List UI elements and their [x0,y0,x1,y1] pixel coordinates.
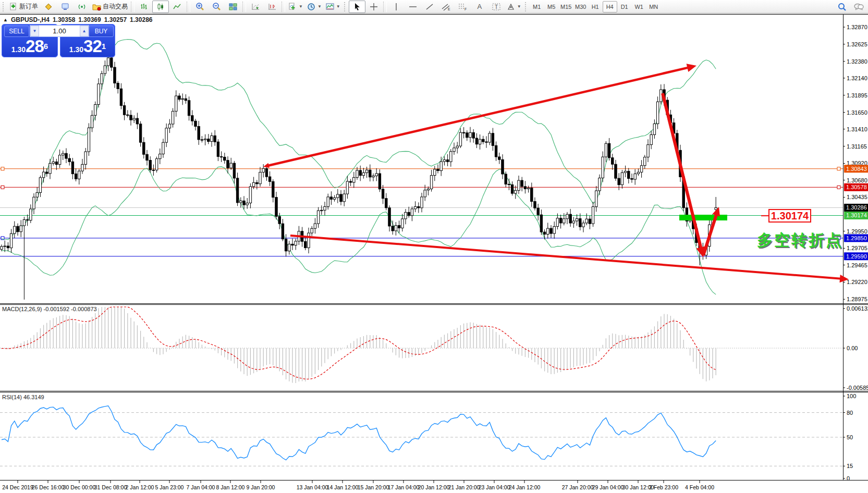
candlestick-icon [156,3,165,11]
timeframe-button-d1[interactable]: D1 [617,1,632,13]
svg-text:8 Jan 12:00: 8 Jan 12:00 [216,484,245,490]
chat-button[interactable] [850,1,867,13]
timeframe-button-m30[interactable]: M30 [573,1,588,13]
low-value: 1.30257 [104,16,127,23]
svg-text:1.31165: 1.31165 [847,143,867,150]
zoom-in-icon [195,2,204,11]
gold-chart-icon [44,3,53,11]
bar-chart-icon [140,3,148,11]
svg-text:1.30680: 1.30680 [847,177,867,183]
horizontal-line-tool-button[interactable] [405,1,421,13]
svg-text:1.32140: 1.32140 [847,75,867,81]
svg-text:1.32380: 1.32380 [847,58,867,65]
timeframe-button-h1[interactable]: H1 [588,1,603,13]
timeframe-button-w1[interactable]: W1 [632,1,646,13]
templates-menu-button[interactable]: ▼ [324,1,343,13]
label-tool-button[interactable]: T [488,1,505,13]
toolbar-grip[interactable] [525,2,528,11]
search-icon [837,2,847,11]
new-order-button[interactable]: 新订单 [7,1,40,13]
svg-text:26 Dec 16:00: 26 Dec 16:00 [32,484,65,490]
auto-trading-icon [92,3,101,11]
dropdown-caret: ▼ [336,4,340,9]
zoom-in-button[interactable] [191,1,208,13]
zoom-out-button[interactable] [208,1,225,13]
svg-text:5 Jan 23:00: 5 Jan 23:00 [155,484,184,490]
vertical-line-tool-button[interactable] [388,1,405,13]
signals-button[interactable] [74,1,90,13]
volume-decrease-button[interactable]: ▼ [30,26,39,36]
sell-price[interactable]: 1.30286 [2,36,58,56]
arrows-tool-button[interactable]: ▼ [505,1,523,13]
fibonacci-tool-button[interactable]: F [455,1,471,13]
cursor-icon [353,3,361,11]
line-chart-mode-button[interactable] [169,1,186,13]
svg-text:31 Dec 08:00: 31 Dec 08:00 [94,484,127,490]
label-tool-icon: T [492,3,501,11]
svg-text:T: T [495,4,498,10]
horizontal-line-icon [409,3,417,11]
auto-trading-button[interactable]: 自动交易 [90,1,130,13]
fibonacci-icon: F [458,3,468,11]
search-button[interactable] [834,1,850,13]
svg-text:1.30286: 1.30286 [846,204,867,211]
svg-text:24 Dec 2019: 24 Dec 2019 [2,484,33,490]
cursor-tool-button[interactable] [349,1,365,13]
svg-text:1.31410: 1.31410 [847,126,867,132]
indicators-menu-button[interactable]: ▼ [286,1,305,13]
add-indicator-icon [288,3,297,11]
text-tool-button[interactable]: A [471,1,488,13]
svg-text:1.29220: 1.29220 [847,279,867,285]
equidistant-channel-icon: E [442,3,451,11]
timeframe-group: M1M5M15M30H1H4D1W1MN [530,1,661,13]
svg-text:7 Jan 04:00: 7 Jan 04:00 [187,484,215,490]
vertical-line-icon [392,3,400,11]
svg-text:0.00: 0.00 [847,345,858,351]
buy-price[interactable]: 1.30321 [60,36,115,56]
chart-ohlc-header: ▲ GBPUSD-,H4 1.30358 1.30369 1.30257 1.3… [3,16,153,23]
zoom-out-icon [212,2,221,11]
buy-button[interactable]: BUY [89,26,114,37]
svg-text:1.29850: 1.29850 [846,235,867,241]
dropdown-caret: ▼ [317,4,322,9]
timeframe-button-m1[interactable]: M1 [530,1,544,13]
new-chart-button[interactable] [40,1,57,13]
bar-chart-mode-button[interactable] [136,1,152,13]
collapse-panel-icon[interactable]: ▲ [3,17,8,22]
volume-input[interactable]: 1.00 [39,26,80,36]
green-highlight-zone[interactable] [679,215,727,220]
template-icon [326,3,334,11]
chart-canvas[interactable]: 1.328701.326251.323801.321401.318951.316… [0,0,868,493]
svg-text:80: 80 [847,410,853,416]
toolbar-grip[interactable] [344,2,347,11]
turning-point-note[interactable]: 多空转折点 [757,230,843,251]
dropdown-caret: ▼ [299,4,303,9]
svg-text:1.30435: 1.30435 [847,194,867,200]
market-watch-icon [61,3,69,11]
volume-increase-button[interactable]: ▲ [80,26,89,36]
auto-scroll-icon [251,3,260,11]
timeframe-button-h4[interactable]: H4 [603,1,617,13]
high-value: 1.30369 [78,16,101,23]
chart-shift-button[interactable] [264,1,280,13]
crosshair-icon [370,3,378,11]
channel-tool-button[interactable]: E [438,1,455,13]
svg-text:100: 100 [847,393,856,399]
signal-icon [78,3,86,11]
price-annotation-label[interactable]: 1.30174 [768,209,811,223]
toolbar-grip[interactable] [3,2,6,11]
tile-windows-button[interactable] [225,1,241,13]
toolbar-separator [131,2,135,12]
timeframe-button-m5[interactable]: M5 [544,1,559,13]
timeframes-menu-button[interactable]: ▼ [305,1,324,13]
svg-text:1.28975: 1.28975 [847,296,867,302]
market-watch-button[interactable] [57,1,74,13]
auto-scroll-button[interactable] [247,1,264,13]
line-chart-icon [173,3,181,11]
sell-button[interactable]: SELL [4,26,29,37]
trendline-tool-button[interactable] [421,1,438,13]
crosshair-tool-button[interactable] [365,1,382,13]
timeframe-button-mn[interactable]: MN [646,1,661,13]
candle-chart-mode-button[interactable] [152,1,169,13]
timeframe-button-m15[interactable]: M15 [559,1,573,13]
